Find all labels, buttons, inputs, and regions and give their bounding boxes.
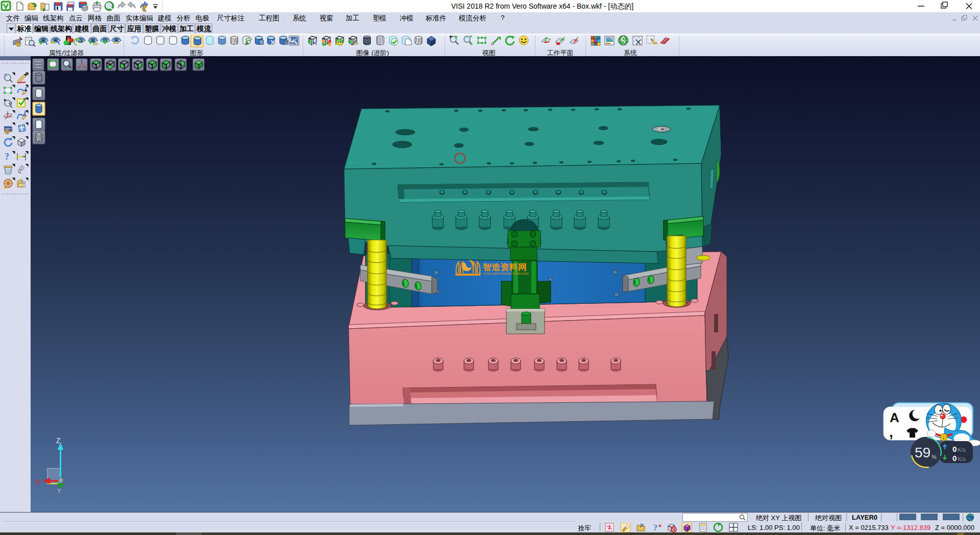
svg-text:Y: Y — [57, 488, 61, 495]
svg-text:59: 59 — [915, 445, 930, 460]
svg-text:INTELLIGENT MANUFACTURING DATA: INTELLIGENT MANUFACTURING DATA — [483, 273, 529, 275]
svg-text:?: ? — [5, 152, 9, 162]
svg-text:,: , — [889, 424, 893, 440]
svg-text:0: 0 — [952, 454, 957, 463]
svg-text:Z: Z — [56, 436, 61, 445]
svg-text:0: 0 — [952, 445, 957, 453]
svg-text:?: ? — [653, 523, 657, 532]
svg-text:K/s: K/s — [958, 447, 966, 453]
svg-text:智造资料网: 智造资料网 — [482, 262, 527, 272]
svg-text:X: X — [36, 478, 41, 486]
svg-text:%: % — [932, 454, 937, 460]
svg-text:K/s: K/s — [958, 456, 966, 462]
svg-text:A: A — [890, 410, 899, 425]
